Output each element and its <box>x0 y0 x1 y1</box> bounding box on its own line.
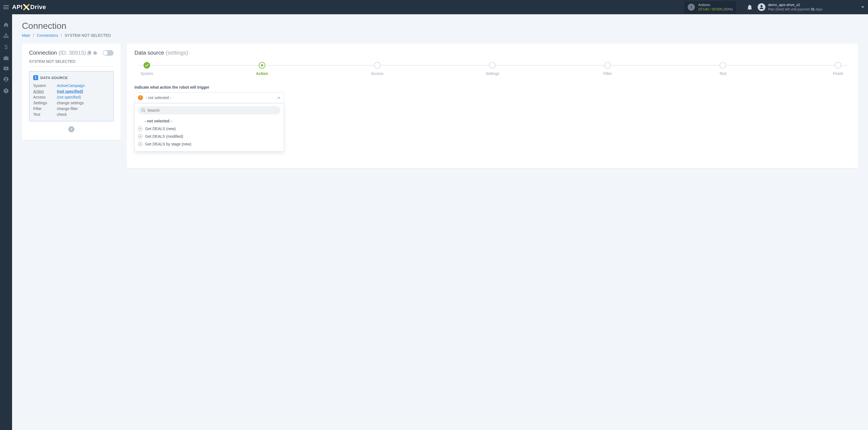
actions-label: Actions: <box>698 3 733 7</box>
menu-toggle[interactable] <box>0 5 12 9</box>
avatar-icon <box>758 3 765 11</box>
actions-counter[interactable]: i Actions: 25'140 / 50'000 (50%) <box>684 1 736 13</box>
logo-api: API <box>12 4 23 11</box>
actions-pct: (50%) <box>723 7 733 11</box>
hamburger-icon <box>3 5 9 9</box>
info-icon: i <box>688 4 695 11</box>
actions-used: 25'140 <box>698 7 709 11</box>
logo-x <box>23 4 30 11</box>
logo-drive: Drive <box>30 4 46 11</box>
svg-rect-0 <box>3 5 9 6</box>
actions-sep: / <box>709 7 712 11</box>
topbar: API Drive i Actions: 25'140 / 50'000 (50… <box>0 0 868 14</box>
chevron-down-icon[interactable] <box>861 6 865 8</box>
user-plan: Plan |Start| left until payment 31 days <box>768 7 823 11</box>
svg-rect-1 <box>3 7 9 7</box>
logo[interactable]: API Drive <box>12 4 46 11</box>
actions-total: 50'000 <box>712 7 722 11</box>
notifications-icon[interactable] <box>747 4 752 10</box>
user-menu[interactable]: demo_apix-drive_s2 Plan |Start| left unt… <box>758 3 823 11</box>
svg-rect-2 <box>3 8 9 9</box>
user-name: demo_apix-drive_s2 <box>768 3 823 7</box>
